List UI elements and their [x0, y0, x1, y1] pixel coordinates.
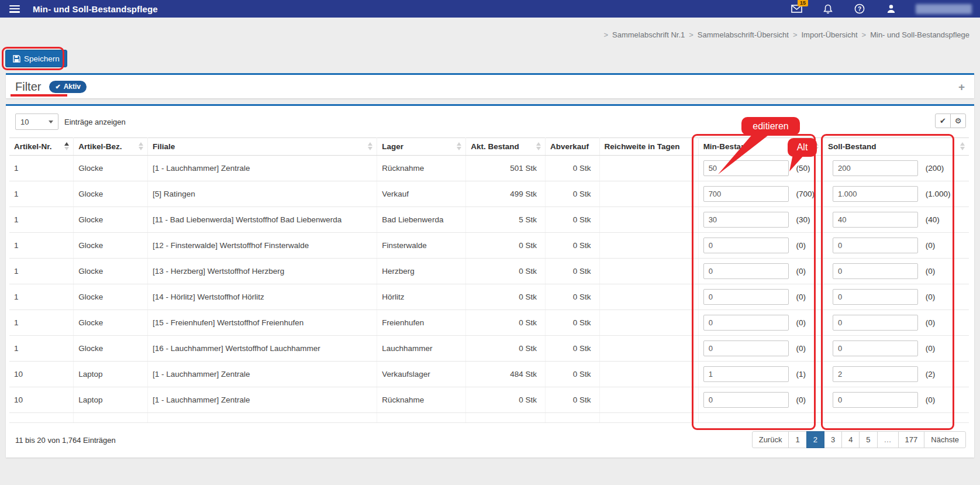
min-bestand-input[interactable] [703, 340, 789, 356]
min-bestand-input[interactable] [703, 289, 789, 305]
cell-soll-bestand: (0) [823, 336, 969, 362]
page-nav-nchste[interactable]: Nächste [924, 431, 966, 448]
soll-bestand-input[interactable] [833, 366, 918, 382]
cell-lager: Verkaufslager [377, 362, 466, 387]
min-bestand-input[interactable] [703, 366, 789, 382]
column-header-artikel-bez[interactable]: Artikel-Bez. [74, 138, 148, 156]
column-header-filiale[interactable]: Filiale [147, 138, 377, 156]
help-icon[interactable]: ? [853, 2, 867, 16]
cell-lager: Hörlitz [377, 284, 466, 310]
cell-artikel-bez: Glocke [74, 336, 148, 362]
breadcrumb-item[interactable]: Sammelabschrift-Übersicht [698, 30, 789, 39]
cell-abverkauf: 0 Stk [546, 387, 600, 413]
cell-artikel-nr: 1 [9, 310, 74, 336]
soll-bestand-old-value: (0) [926, 241, 936, 250]
min-bestand-input[interactable] [703, 263, 789, 279]
filter-expand-icon[interactable]: + [958, 81, 965, 92]
cell-akt-bestand: 499 Stk [466, 181, 546, 207]
soll-bestand-input[interactable] [833, 340, 918, 356]
page-button-2[interactable]: 2 [806, 431, 824, 448]
page-button-5[interactable]: 5 [859, 431, 877, 448]
page-nav-zurck[interactable]: Zurück [752, 431, 789, 448]
apply-check-button[interactable]: ✔ [935, 113, 951, 128]
min-bestand-input[interactable] [703, 186, 789, 202]
cell-soll-bestand: (0) [823, 259, 969, 284]
soll-bestand-input[interactable] [833, 263, 918, 279]
soll-bestand-input[interactable] [833, 238, 918, 253]
table-settings-button[interactable]: ⚙ [950, 113, 966, 128]
soll-bestand-input[interactable] [833, 160, 918, 176]
table-row: 1 Glocke [13 - Herzberg] Wertstoffhof He… [9, 259, 969, 284]
min-bestand-input[interactable] [703, 160, 789, 176]
min-bestand-old-value: (0) [796, 293, 806, 301]
cell-abverkauf: 0 Stk [546, 233, 600, 259]
soll-bestand-input[interactable] [833, 289, 918, 305]
table-row: 1 Glocke [12 - Finsterwalde] Wertstoffho… [9, 233, 969, 259]
column-header-min-bestand[interactable]: Min-Bestand [698, 138, 823, 156]
min-bestand-input[interactable] [703, 238, 789, 253]
soll-bestand-input[interactable] [833, 186, 918, 202]
cell-artikel-nr: 10 [9, 362, 74, 387]
cell-lager: Bad Liebenwerda [377, 207, 466, 233]
save-icon [13, 55, 20, 63]
cell-artikel-bez: Glocke [74, 233, 148, 259]
column-header-label: Lager [382, 142, 403, 151]
min-bestand-old-value: (0) [796, 395, 806, 404]
filter-active-badge: ✔ Aktiv [49, 81, 87, 93]
min-bestand-input[interactable] [703, 392, 789, 408]
min-bestand-old-value: (0) [796, 344, 806, 353]
column-header-lager[interactable]: Lager [377, 138, 466, 156]
cell-abverkauf: 0 Stk [546, 336, 600, 362]
table-row: 1 Glocke [15 - Freienhufen] Wertstoffhof… [9, 310, 969, 336]
min-bestand-old-value: (0) [796, 267, 806, 276]
table-info: 11 bis 20 von 1,764 Einträgen [15, 436, 116, 445]
cell-abverkauf: 0 Stk [546, 156, 600, 181]
hamburger-menu-icon[interactable] [9, 5, 20, 13]
sort-carets-icon [536, 142, 541, 150]
user-icon[interactable] [884, 2, 898, 16]
notifications-bell-icon[interactable] [821, 2, 835, 16]
cell-lager: Rücknahme [377, 156, 466, 181]
sort-carets-icon [64, 142, 69, 150]
save-button[interactable]: Speichern [5, 50, 67, 67]
column-header-akt-bestand[interactable]: Akt. Bestand [466, 138, 546, 156]
cell-artikel-bez: Glocke [74, 284, 148, 310]
soll-bestand-input[interactable] [833, 315, 918, 331]
cell-min-bestand: (0) [698, 284, 823, 310]
min-bestand-input[interactable] [703, 315, 789, 331]
page-button-3[interactable]: 3 [824, 431, 842, 448]
mail-count-badge: 15 [798, 0, 808, 6]
cell-filiale: [1 - Lauchhammer] Zentrale [147, 362, 377, 387]
column-header-label: Min-Bestand [703, 142, 751, 151]
filter-panel: Filter ✔ Aktiv + [6, 73, 974, 98]
chevron-down-icon [49, 121, 53, 123]
navbar-actions: 15 ? [789, 2, 972, 16]
soll-bestand-old-value: (2) [926, 370, 936, 379]
cell-akt-bestand: 0 Stk [466, 233, 546, 259]
breadcrumb-item[interactable]: Import-Übersicht [802, 30, 858, 39]
column-header-soll-bestand[interactable]: Soll-Bestand [823, 138, 969, 156]
column-header-artikel-nr[interactable]: Artikel-Nr. [9, 138, 74, 156]
page-length-select[interactable]: 10 [15, 113, 58, 130]
breadcrumb-item[interactable]: Sammelabschrift Nr.1 [612, 30, 685, 39]
cell-artikel-nr: 1 [9, 284, 74, 310]
soll-bestand-input[interactable] [833, 392, 918, 408]
cell-reichweite [599, 207, 698, 233]
cell-artikel-bez: Laptop [74, 362, 148, 387]
cell-soll-bestand: (2) [823, 362, 969, 387]
sort-carets-icon [457, 142, 461, 150]
cell-lager: Lauchhammer [377, 336, 466, 362]
soll-bestand-old-value: (200) [926, 164, 944, 173]
page-title: Min- und Soll-Bestandspflege [33, 4, 158, 14]
username-redacted[interactable] [916, 4, 972, 14]
page-button-177[interactable]: 177 [898, 431, 925, 448]
page-button-1[interactable]: 1 [788, 431, 806, 448]
mail-icon[interactable]: 15 [789, 2, 803, 16]
soll-bestand-input[interactable] [833, 212, 918, 228]
cell-min-bestand: (0) [698, 387, 823, 413]
cell-lager: Freienhufen [377, 310, 466, 336]
page-button-4[interactable]: 4 [841, 431, 860, 448]
table-row: 1 Glocke [11 - Bad Liebenwerda] Wertstof… [9, 207, 969, 233]
soll-bestand-old-value: (1.000) [926, 190, 951, 198]
min-bestand-input[interactable] [703, 212, 789, 228]
